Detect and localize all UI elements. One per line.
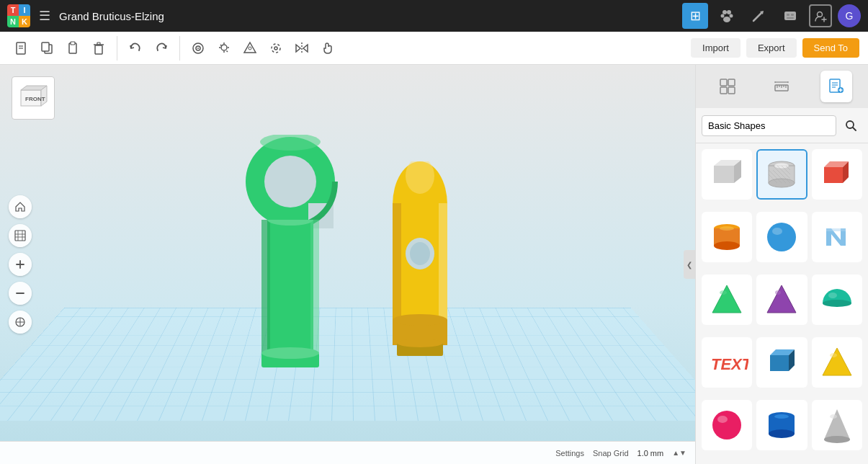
shape-pyramid-purple[interactable] [756, 275, 807, 325]
green-ring [240, 135, 341, 228]
svg-point-3 [730, 14, 733, 18]
shape-category-select[interactable]: Basic Shapes Letters Numbers Connectors … [702, 115, 836, 136]
grab-button[interactable] [316, 36, 340, 61]
shape-box-blue[interactable] [756, 337, 807, 388]
svg-marker-125 [767, 285, 796, 313]
settings-bar: Settings Snap Grid 1.0 mm ▲▼ [0, 441, 695, 464]
shape-tool-button[interactable] [238, 36, 262, 61]
shape-text[interactable]: TEXT [702, 337, 752, 388]
svg-point-120 [767, 223, 796, 251]
shape-search-button[interactable] [839, 114, 862, 137]
undo-button[interactable] [123, 36, 148, 61]
shape-selector-bar: Basic Shapes Letters Numbers Connectors … [696, 108, 868, 143]
zoom-in-button[interactable] [9, 253, 32, 276]
svg-rect-57 [393, 203, 401, 322]
paste-button[interactable] [61, 36, 85, 61]
export-button[interactable]: Export [746, 38, 797, 58]
activity-btn[interactable] [714, 3, 740, 29]
tinkercad-logo[interactable]: T I N K [7, 4, 30, 27]
svg-point-145 [830, 414, 837, 419]
notes-panel-tab[interactable] [820, 71, 852, 102]
svg-point-63 [393, 314, 447, 326]
svg-point-144 [824, 436, 850, 443]
light-button[interactable] [212, 36, 236, 61]
shape-cylinder-dark-blue[interactable] [756, 400, 807, 450]
mirror-button[interactable] [290, 36, 314, 61]
shapes-grid: TEXT [696, 143, 868, 464]
delete-button[interactable] [86, 36, 111, 61]
svg-point-60 [410, 242, 430, 265]
shape-cylinder[interactable] [702, 212, 752, 262]
svg-line-32 [227, 50, 228, 52]
svg-rect-80 [728, 87, 735, 94]
add-user-button[interactable] [809, 4, 832, 27]
panel-tabs [696, 65, 868, 108]
svg-point-35 [272, 44, 280, 53]
snap-value[interactable]: 1.0 mm [637, 449, 664, 458]
svg-line-5 [753, 13, 761, 21]
logo-t: T [7, 4, 19, 16]
svg-point-65 [397, 339, 443, 347]
shape-half-sphere[interactable] [812, 275, 862, 325]
fit-view-button[interactable] [9, 224, 32, 247]
svg-point-34 [249, 47, 251, 50]
svg-marker-33 [244, 43, 256, 53]
scene-objects [240, 135, 456, 378]
home-view-button[interactable] [9, 195, 32, 218]
project-title[interactable]: Grand Bruticus-Elzing [59, 10, 674, 22]
shape-box-red[interactable] [812, 149, 862, 200]
shape-box[interactable] [702, 149, 752, 200]
svg-point-25 [197, 48, 199, 49]
svg-rect-77 [720, 79, 727, 86]
grid-panel-tab[interactable] [712, 71, 743, 102]
settings-label[interactable]: Settings [555, 449, 584, 458]
user-avatar[interactable]: G [838, 4, 861, 27]
logo-n: N [7, 16, 19, 27]
redo-button[interactable] [149, 36, 174, 61]
sendto-button[interactable]: Send To [802, 38, 859, 58]
ruler-panel-tab[interactable] [766, 71, 797, 102]
svg-rect-79 [720, 87, 727, 94]
svg-rect-7 [787, 14, 789, 16]
grid-tab-icon [719, 78, 736, 95]
copy-button[interactable] [35, 36, 59, 61]
shape-text-n[interactable] [812, 212, 862, 262]
svg-point-138 [717, 416, 728, 423]
svg-marker-122 [712, 285, 741, 313]
new-button[interactable] [9, 36, 33, 61]
grid-view-btn[interactable]: ⊞ [682, 3, 708, 29]
ring-svg [240, 135, 341, 228]
svg-point-4 [723, 17, 730, 22]
shape-sphere[interactable] [756, 212, 807, 262]
snap-arrows[interactable]: ▲▼ [672, 449, 686, 457]
shape-pyramid-yellow[interactable] [812, 337, 862, 388]
svg-text:FRONT: FRONT [25, 96, 45, 102]
svg-point-0 [722, 10, 727, 14]
shape-pyramid-green[interactable] [702, 275, 752, 325]
import-button[interactable]: Import [691, 38, 741, 58]
shape-cone[interactable] [812, 400, 862, 450]
front-view-label: FRONT [12, 76, 55, 120]
hamburger-menu-icon[interactable]: ☰ [39, 8, 50, 24]
align-button[interactable] [9, 311, 32, 334]
svg-marker-143 [824, 409, 850, 440]
zoom-out-button[interactable] [9, 282, 32, 305]
panel-collapse-button[interactable]: ❮ [684, 250, 695, 279]
svg-marker-39 [303, 45, 308, 52]
svg-point-121 [772, 228, 782, 235]
green-cylinder-body [261, 220, 319, 378]
shape-sphere-pink[interactable] [702, 400, 752, 450]
svg-rect-6 [784, 12, 796, 20]
toolbar-actions: Import Export Send To [691, 38, 859, 58]
3d-viewport[interactable]: FRONT [0, 65, 695, 464]
svg-rect-17 [42, 43, 49, 51]
build-btn[interactable] [746, 3, 771, 29]
gallery-btn[interactable] [777, 3, 803, 29]
shape-cylinder-hole[interactable] [756, 149, 807, 200]
green-ring-object [240, 135, 341, 378]
rotate-button[interactable] [264, 36, 288, 61]
svg-rect-131 [770, 355, 789, 371]
camera-button[interactable] [186, 36, 210, 61]
svg-rect-8 [791, 14, 794, 16]
logo-i: I [19, 4, 30, 16]
